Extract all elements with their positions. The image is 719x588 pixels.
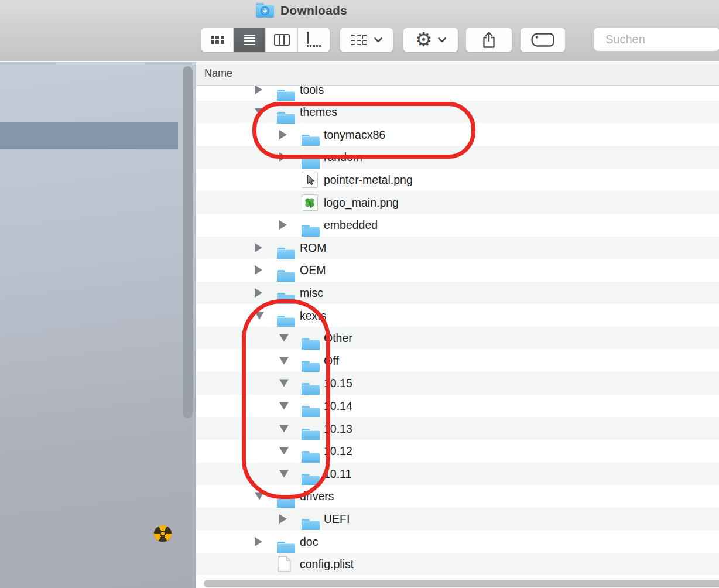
- disclosure-triangle-expanded-icon[interactable]: [255, 493, 264, 500]
- chevron-down-icon: [374, 37, 382, 43]
- list-row-10.13[interactable]: 10.13: [196, 417, 719, 440]
- file-name-label: OEM: [300, 264, 326, 277]
- tag-button[interactable]: [520, 28, 566, 52]
- disclosure-triangle-expanded-icon[interactable]: [279, 402, 289, 409]
- disclosure-triangle-expanded-icon[interactable]: [279, 380, 289, 387]
- file-name-label: tonymacx86: [324, 128, 385, 141]
- file-list-pane: Name toolsthemestonymacx86randompointer-…: [196, 62, 719, 588]
- window-title-area: Downloads: [256, 2, 347, 19]
- list-view-icon: [244, 33, 255, 47]
- row-icon-box: [278, 556, 291, 572]
- disclosure-triangle-expanded-icon[interactable]: [279, 357, 289, 364]
- gallery-view-icon: [307, 33, 321, 47]
- list-row-kexts[interactable]: kexts: [196, 304, 719, 327]
- icon-view-button[interactable]: [201, 28, 234, 52]
- disclosure-triangle-collapsed-icon[interactable]: [255, 288, 262, 298]
- file-name-label: ROM: [300, 241, 327, 254]
- group-by-icon: [351, 35, 367, 45]
- radioactive-icon: [154, 525, 172, 542]
- clover-image-thumbnail-icon: [302, 194, 318, 211]
- list-row-tonymacx86[interactable]: tonymacx86: [196, 124, 719, 146]
- horizontal-scrollbar-thumb[interactable]: [204, 580, 719, 587]
- file-name-label: misc: [300, 286, 323, 299]
- disclosure-triangle-expanded-icon[interactable]: [279, 470, 289, 477]
- document-icon: [278, 556, 291, 572]
- disclosure-triangle-expanded-icon[interactable]: [279, 425, 289, 432]
- list-row-Off[interactable]: Off: [196, 350, 719, 372]
- disclosure-triangle-collapsed-icon[interactable]: [279, 152, 287, 162]
- disclosure-triangle-expanded-icon[interactable]: [279, 334, 289, 342]
- chevron-down-icon: [438, 37, 446, 43]
- list-row-pointer-metal.png[interactable]: pointer-metal.png: [196, 169, 719, 192]
- file-name-label: logo_main.png: [324, 196, 399, 209]
- list-row-embedded[interactable]: embedded: [196, 214, 719, 237]
- file-name-label: random: [324, 151, 362, 164]
- list-row-doc[interactable]: doc: [196, 530, 719, 553]
- file-name-label: UEFI: [324, 512, 350, 525]
- list-row-ROM[interactable]: ROM: [196, 237, 719, 259]
- disclosure-triangle-collapsed-icon[interactable]: [279, 220, 287, 230]
- file-name-label: kexts: [300, 309, 327, 322]
- file-name-label: 10.14: [324, 399, 352, 412]
- selected-row-highlight: [0, 122, 178, 149]
- list-row-misc[interactable]: misc: [196, 282, 719, 305]
- finder-window: Downloads: [0, 0, 719, 588]
- file-name-label: 10.11: [324, 467, 351, 480]
- list-row-drivers[interactable]: drivers: [196, 485, 719, 508]
- view-mode-segmented-control: [201, 28, 330, 52]
- file-name-label: doc: [300, 535, 318, 548]
- disclosure-triangle-expanded-icon[interactable]: [279, 447, 289, 455]
- download-arrow-icon: [262, 8, 268, 14]
- list-row-UEFI[interactable]: UEFI: [196, 508, 719, 531]
- list-row-config.plist[interactable]: config.plist: [196, 553, 719, 576]
- disclosure-triangle-collapsed-icon[interactable]: [255, 85, 262, 94]
- horizontal-scrollbar-track[interactable]: [196, 577, 719, 588]
- toolbar: Downloads: [0, 0, 719, 61]
- tag-icon: [530, 32, 555, 47]
- action-menu-button[interactable]: ⚙: [403, 28, 458, 52]
- list-row-10.15[interactable]: 10.15: [196, 372, 719, 395]
- group-by-button[interactable]: [340, 28, 393, 52]
- file-name-label: Off: [324, 354, 339, 367]
- gear-icon: ⚙: [415, 30, 433, 49]
- file-name-label: embedded: [324, 218, 378, 232]
- disclosure-triangle-expanded-icon[interactable]: [255, 108, 264, 116]
- list-row-OEM[interactable]: OEM: [196, 259, 719, 282]
- disclosure-triangle-collapsed-icon[interactable]: [255, 537, 262, 546]
- search-field[interactable]: [593, 27, 719, 52]
- row-icon-box: [302, 172, 318, 188]
- share-button[interactable]: [465, 28, 512, 52]
- file-name-label: 10.12: [324, 445, 352, 458]
- downloads-folder-icon: [256, 3, 274, 18]
- icon-view-icon: [211, 36, 224, 45]
- column-header-name[interactable]: Name: [196, 62, 719, 86]
- list-row-Other[interactable]: Other: [196, 327, 719, 350]
- disclosure-triangle-expanded-icon[interactable]: [255, 312, 264, 319]
- cursor-image-thumbnail-icon: [302, 172, 318, 188]
- list-row-10.12[interactable]: 10.12: [196, 440, 719, 463]
- gallery-view-button[interactable]: [298, 28, 330, 52]
- column-view-button[interactable]: [266, 28, 298, 52]
- list-row-random[interactable]: random: [196, 146, 719, 169]
- column-view-icon: [274, 34, 290, 46]
- disclosure-triangle-collapsed-icon[interactable]: [255, 265, 262, 275]
- list-row-logo_main.png[interactable]: logo_main.png: [196, 191, 719, 214]
- vertical-scrollbar-thumb[interactable]: [183, 66, 193, 418]
- column-header-label: Name: [204, 67, 232, 80]
- disclosure-triangle-collapsed-icon[interactable]: [255, 243, 262, 252]
- list-view-button[interactable]: [234, 28, 266, 52]
- list-row-themes[interactable]: themes: [196, 101, 719, 124]
- file-name-label: themes: [300, 105, 337, 119]
- list-row-10.11[interactable]: 10.11: [196, 463, 719, 486]
- disclosure-triangle-collapsed-icon[interactable]: [279, 514, 287, 524]
- list-row-10.14[interactable]: 10.14: [196, 395, 719, 418]
- share-icon: [481, 31, 497, 49]
- background-pane: [0, 62, 196, 588]
- file-name-label: 10.13: [324, 422, 352, 435]
- file-name-label: 10.15: [324, 377, 352, 390]
- file-name-label: drivers: [300, 490, 334, 503]
- disclosure-triangle-collapsed-icon[interactable]: [279, 130, 287, 139]
- file-name-label: pointer-metal.png: [324, 173, 413, 186]
- row-icon-box: [302, 194, 318, 211]
- search-input[interactable]: [604, 32, 719, 47]
